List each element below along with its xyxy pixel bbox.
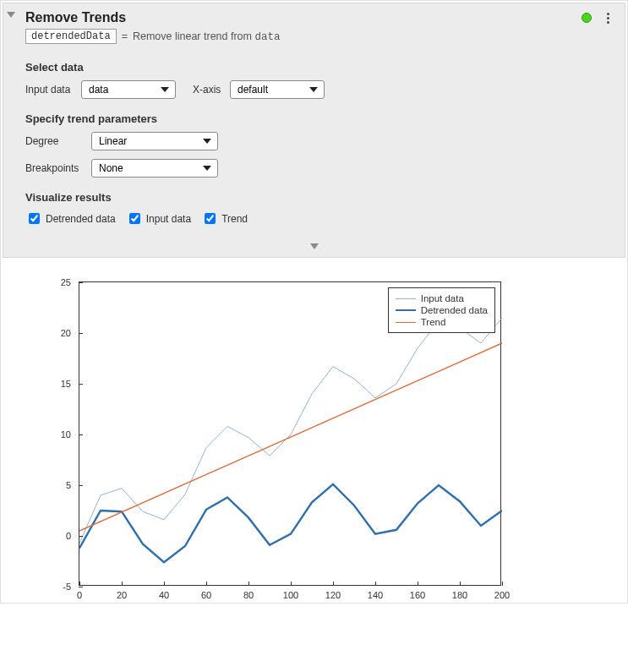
plot-area: Input data Detrended data Trend -5051015… (3, 258, 625, 601)
xaxis-select[interactable]: default (230, 80, 325, 99)
check-detrended-input[interactable] (29, 213, 40, 224)
section-visualize-heading: Visualize results (3, 183, 625, 207)
y-tick-label: 10 (51, 429, 71, 440)
chart-legend: Input data Detrended data Trend (388, 287, 495, 333)
x-tick-label: 160 (410, 590, 425, 600)
legend-detrended: Detrended data (396, 305, 488, 315)
chart: Input data Detrended data Trend -5051015… (79, 281, 501, 586)
y-tick-label: 0 (51, 531, 71, 541)
assignment-row: detrendedData = Remove linear trend from… (3, 29, 625, 52)
x-tick-label: 120 (325, 590, 341, 600)
y-tick-label: -5 (51, 582, 71, 592)
row-breakpoints: Breakpoints None (3, 156, 625, 183)
x-tick-label: 80 (243, 590, 254, 600)
input-data-label: Input data (25, 84, 74, 96)
check-input-label: Input data (146, 213, 191, 225)
x-tick-label: 180 (452, 590, 467, 600)
check-input-input[interactable] (129, 213, 140, 224)
panel-header: Remove Trends (3, 3, 625, 29)
check-trend[interactable]: Trend (201, 210, 248, 227)
y-tick-label: 5 (51, 480, 71, 490)
degree-label: Degree (25, 135, 85, 147)
collapse-icon[interactable] (7, 12, 15, 18)
x-tick-label: 140 (368, 590, 383, 600)
input-data-select[interactable]: data (81, 80, 176, 99)
panel-title: Remove Trends (25, 10, 582, 25)
x-tick-label: 100 (283, 590, 298, 600)
assign-source-var: data (254, 31, 280, 43)
legend-input: Input data (396, 293, 488, 303)
legend-trend: Trend (396, 317, 488, 327)
y-tick-label: 25 (51, 277, 71, 287)
expand-results-icon[interactable] (3, 238, 625, 257)
section-select-data-heading: Select data (3, 52, 625, 77)
degree-select[interactable]: Linear (91, 132, 218, 150)
check-detrended[interactable]: Detrended data (25, 210, 116, 227)
row-degree: Degree Linear (3, 128, 625, 156)
assign-description: Remove linear trend from (133, 30, 255, 42)
x-tick-label: 200 (494, 590, 510, 600)
section-trend-params-heading: Specify trend parameters (3, 104, 625, 128)
row-input-xaxis: Input data data X-axis default (3, 77, 625, 104)
breakpoints-select[interactable]: None (91, 159, 218, 178)
config-panel: Remove Trends detrendedData = Remove lin… (3, 3, 625, 258)
more-options-icon[interactable] (602, 11, 614, 25)
check-trend-input[interactable] (205, 213, 216, 224)
check-detrended-label: Detrended data (46, 213, 116, 225)
visualize-checks: Detrended data Input data Trend (3, 207, 625, 238)
breakpoints-label: Breakpoints (25, 162, 85, 174)
check-input[interactable]: Input data (126, 210, 191, 227)
x-tick-label: 60 (201, 590, 211, 600)
xaxis-label: X-axis (193, 84, 223, 96)
check-trend-label: Trend (221, 213, 248, 225)
x-tick-label: 40 (159, 590, 169, 600)
output-variable-box[interactable]: detrendedData (25, 29, 117, 44)
y-tick-label: 20 (51, 328, 71, 338)
x-tick-label: 0 (77, 590, 82, 600)
status-indicator-icon (582, 13, 592, 23)
equals-sign: = (122, 30, 128, 42)
y-tick-label: 15 (51, 379, 71, 389)
x-tick-label: 20 (117, 590, 127, 600)
task-card: Remove Trends detrendedData = Remove lin… (0, 0, 628, 604)
